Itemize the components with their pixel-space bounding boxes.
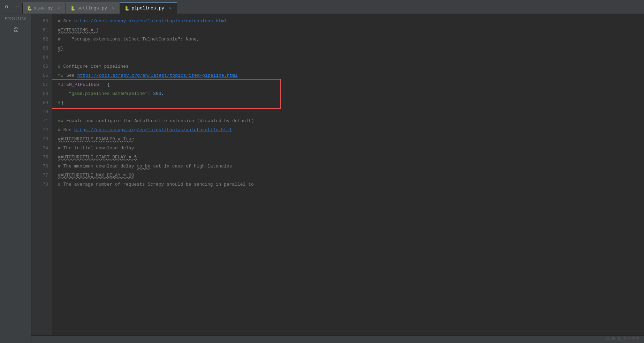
pipeline-value: 300 <box>153 90 161 98</box>
line-num-66: 66 <box>31 71 52 80</box>
tab-label-xiao: xiao.py <box>34 6 53 11</box>
comment-75: #AUTOTHROTTLE_START_DELAY = 5 <box>58 154 137 161</box>
fold-icon-71[interactable]: ⊖ <box>58 118 60 124</box>
code-line-62: # "scrapy.extensions.telnet.TelnetConsol… <box>58 35 644 44</box>
fold-icon-69[interactable]: ⊖ <box>58 100 60 106</box>
item-pipelines-var: ITEM_PIPELINES <box>61 81 99 89</box>
title-bar-controls: ⚙ — <box>3 3 21 11</box>
python-icon-pipelines: 🐍 <box>124 6 129 11</box>
comment-65: # Configure item pipelines <box>58 63 129 70</box>
sidebar: Projects\s py <box>0 14 31 343</box>
line-num-72: 72 <box>31 126 52 135</box>
tab-close-xiao[interactable]: ✕ <box>56 6 61 11</box>
line-num-69: 69 <box>31 98 52 107</box>
code-line-72: # See https://docs.scrapy.org/en/latest/… <box>58 126 644 135</box>
code-line-73: #AUTOTHROTTLE_ENABLED = True <box>58 135 644 144</box>
editor-area: 60 61 62 63 64 65 66 67 68 69 70 71 72 7… <box>31 14 644 343</box>
comment-66: # See <box>61 72 77 80</box>
line-num-78: 78 <box>31 180 52 189</box>
python-icon-settings: 🐍 <box>70 6 75 11</box>
tab-bar: 🐍 xiao.py ✕ 🐍 settings.py ✕ 🐍 pipelines.… <box>22 0 177 14</box>
tab-pipelines[interactable]: 🐍 pipelines.py ✕ <box>120 2 177 14</box>
tab-close-pipelines[interactable]: ✕ <box>168 6 173 11</box>
line-num-71: 71 <box>31 117 52 126</box>
line-num-61: 61 <box>31 26 52 35</box>
comment-71: # Enable and configure the AutoThrottle … <box>61 118 254 125</box>
code-line-75: #AUTOTHROTTLE_START_DELAY = 5 <box>58 153 644 162</box>
code-line-70 <box>58 107 644 117</box>
code-line-68: "game.pipelines.GamePipeline": 300, <box>58 89 644 98</box>
link-60[interactable]: https://docs.scrapy.org/en/latest/topics… <box>74 18 227 25</box>
line-num-68: 68 <box>31 89 52 98</box>
minimize-button[interactable]: — <box>13 3 21 11</box>
tab-settings[interactable]: 🐍 settings.py ✕ <box>66 2 120 14</box>
code-line-64 <box>58 53 644 62</box>
project-label: Projects\s <box>2 17 30 21</box>
python-icon-xiao: 🐍 <box>27 6 32 11</box>
comment-73: #AUTOTHROTTLE_ENABLED = True <box>58 136 134 143</box>
code-line-66: ⊖# See https://docs.scrapy.org/en/latest… <box>58 71 644 80</box>
line-num-65: 65 <box>31 62 52 71</box>
code-line-63: #} <box>58 44 644 53</box>
line-numbers: 60 61 62 63 64 65 66 67 68 69 70 71 72 7… <box>31 14 52 335</box>
comment-78: # The average number of requests Scrapy … <box>58 181 254 188</box>
comment-61: #EXTENSIONS = { <box>58 27 99 34</box>
line-num-70: 70 <box>31 107 52 117</box>
assign-op-67: = { <box>99 81 110 89</box>
code-line-65: # Configure item pipelines <box>58 62 644 71</box>
tab-close-settings[interactable]: ✕ <box>111 6 115 11</box>
comment-60: # See <box>58 18 74 25</box>
comment-76: # The maximum download delay to be set i… <box>58 163 232 170</box>
fold-icon-67[interactable]: ⊖ <box>58 82 60 88</box>
status-bar <box>31 335 644 343</box>
pipeline-key: "game.pipelines.GamePipeline" <box>69 90 147 98</box>
line-num-63: 63 <box>31 44 52 53</box>
line-num-62: 62 <box>31 35 52 44</box>
watermark: CSDN @_文书先生 <box>606 336 640 342</box>
line-num-76: 76 <box>31 162 52 171</box>
link-72[interactable]: https://docs.scrapy.org/en/latest/topics… <box>74 127 232 134</box>
line-num-75: 75 <box>31 153 52 162</box>
line-num-64: 64 <box>31 53 52 62</box>
fold-icon-66[interactable]: ⊖ <box>58 73 60 79</box>
code-line-71: ⊖# Enable and configure the AutoThrottle… <box>58 117 644 126</box>
indent-68 <box>58 90 69 98</box>
tab-xiao[interactable]: 🐍 xiao.py ✕ <box>22 2 66 14</box>
line-num-77: 77 <box>31 171 52 180</box>
py-label: py <box>13 26 18 32</box>
code-line-61: #EXTENSIONS = { <box>58 26 644 35</box>
close-brace-69: } <box>61 99 64 107</box>
line-num-73: 73 <box>31 135 52 144</box>
code-line-78: # The average number of requests Scrapy … <box>58 180 644 189</box>
line-num-60: 60 <box>31 17 52 26</box>
code-line-74: # The initial download delay <box>58 144 644 153</box>
comment-72: # See <box>58 127 74 134</box>
title-bar: ⚙ — 🐍 xiao.py ✕ 🐍 settings.py ✕ 🐍 pipeli… <box>0 0 644 14</box>
comment-74: # The initial download delay <box>58 145 134 152</box>
comma-68: , <box>161 90 164 98</box>
tab-label-settings: settings.py <box>77 6 107 11</box>
code-line-69: ⊖} <box>58 98 644 107</box>
comment-62: # "scrapy.extensions.telnet.TelnetConsol… <box>58 36 199 43</box>
code-line-77: #AUTOTHROTTLE_MAX_DELAY = 60 <box>58 171 644 180</box>
code-line-60: # See https://docs.scrapy.org/en/latest/… <box>58 17 644 26</box>
gear-button[interactable]: ⚙ <box>3 3 10 11</box>
comment-77: #AUTOTHROTTLE_MAX_DELAY = 60 <box>58 172 134 179</box>
code-line-67: ⊖ITEM_PIPELINES = { <box>58 80 644 89</box>
code-editor[interactable]: # See https://docs.scrapy.org/en/latest/… <box>52 14 644 335</box>
code-line-76: # The maximum download delay to be set i… <box>58 162 644 171</box>
colon-68: : <box>147 90 153 98</box>
line-num-67: 67 <box>31 80 52 89</box>
main-layout: Projects\s py 60 61 62 63 64 65 66 67 68… <box>0 14 644 343</box>
line-num-74: 74 <box>31 144 52 153</box>
tab-label-pipelines: pipelines.py <box>131 6 164 11</box>
code-container: 60 61 62 63 64 65 66 67 68 69 70 71 72 7… <box>31 14 644 335</box>
link-66[interactable]: https://docs.scrapy.org/en/latest/topics… <box>77 72 237 80</box>
comment-63: #} <box>58 45 63 52</box>
